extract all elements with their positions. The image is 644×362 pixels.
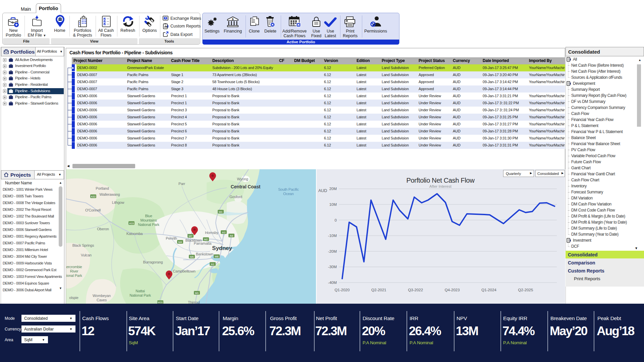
svg-text:National Park: National Park [129,293,151,297]
svg-text:M7: M7 [189,235,193,238]
svg-text:$: $ [232,17,233,21]
svg-text:Gosford: Gosford [229,195,242,199]
svg-text:M2: M2 [204,238,208,241]
svg-text:M1: M1 [195,292,199,295]
svg-text:Q4-2023: Q4-2023 [445,288,460,292]
svg-text:A33: A33 [129,222,134,225]
svg-text:Caves: Caves [97,298,107,302]
svg-text:Wyong: Wyong [237,177,248,181]
svg-text:Q1-2020: Q1-2020 [335,288,350,292]
svg-text:olspie: olspie [69,296,78,300]
svg-text:Central Coast: Central Coast [231,184,261,189]
svg-text:Oberon: Oberon [97,227,109,231]
svg-text:AUD: AUD [318,188,327,193]
svg-text:Hornsby: Hornsby [205,231,218,235]
svg-text:National Park: National Park [138,223,159,227]
svg-text:Katoomba: Katoomba [126,232,143,236]
svg-text:Blue: Blue [145,214,152,218]
svg-text:-20M: -20M [328,249,337,253]
svg-text:Lithgow: Lithgow [112,200,124,204]
svg-text:ercrombie: ercrombie [66,265,82,269]
svg-text:Thirroul: Thirroul [188,300,200,304]
svg-text:South Pacific: South Pacific [278,187,299,191]
svg-text:A6: A6 [230,234,233,237]
svg-text:River: River [70,269,78,273]
svg-text:Burragorang: Burragorang [143,260,163,264]
svg-text:Campbelltown: Campbelltown [173,269,195,273]
svg-text:Bankstown: Bankstown [196,252,213,256]
svg-text:-10M: -10M [328,234,337,238]
svg-text:Parramatta: Parramatta [194,241,212,245]
svg-text:A1: A1 [211,263,214,266]
svg-text:Q2-2025: Q2-2025 [518,288,533,292]
svg-text:O'Connell: O'Connell [85,208,101,212]
svg-text:10M: 10M [329,202,337,206]
svg-text:Nattai: Nattai [136,289,145,293]
svg-text:0: 0 [335,218,337,222]
svg-text:Wombeyan: Wombeyan [93,294,111,298]
svg-text:Sydney: Sydney [212,245,232,251]
svg-text:M1: M1 [219,210,223,214]
svg-text:Vulcan: Vulcan [81,253,92,257]
svg-text:M5: M5 [190,255,194,258]
svg-text:Mountains: Mountains [141,218,157,222]
svg-text:0: 0 [165,16,166,19]
svg-text:Q3-2022: Q3-2022 [408,288,423,292]
svg-text:Porftolio Net Cash Flow: Porftolio Net Cash Flow [406,177,475,184]
svg-text:M4: M4 [178,241,182,244]
svg-text:Penrith: Penrith [166,236,177,240]
svg-text:Wallerawang: Wallerawang [100,192,120,196]
svg-text:-40M: -40M [328,281,337,285]
svg-text:After Interest: After Interest [429,184,452,188]
svg-text:M31: M31 [158,301,163,304]
svg-text:Black Springs: Black Springs [72,243,94,247]
svg-text:ional Park: ional Park [66,274,83,278]
svg-text:Q1-2024: Q1-2024 [481,288,496,292]
svg-text:A32: A32 [91,195,96,198]
svg-text:Parr: Parr [178,182,185,186]
svg-text:-30M: -30M [328,265,337,269]
svg-text:20M: 20M [329,187,337,191]
svg-text:M8: M8 [215,255,219,258]
svg-text:Q2-2021: Q2-2021 [371,288,386,292]
svg-text:Ocean: Ocean [283,192,293,196]
svg-text:Portland: Portland [96,186,109,190]
svg-text:A3: A3 [222,231,225,234]
